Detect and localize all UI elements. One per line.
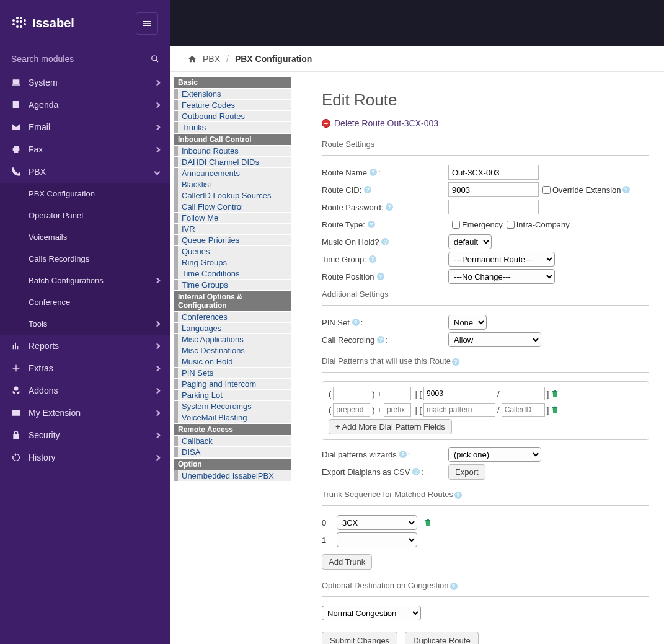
sidebar-item-security[interactable]: Security — [0, 424, 170, 446]
sidebar-subitem-pbx-configuration[interactable]: PBX Configuration — [0, 183, 170, 205]
module-link-misc-destinations[interactable]: Misc Destinations — [174, 345, 291, 356]
trunk-select[interactable]: 3CX — [337, 515, 417, 530]
module-link-parking-lot[interactable]: Parking Lot — [174, 390, 291, 400]
congestion-select[interactable]: Normal Congestion — [322, 606, 421, 620]
route-name-input[interactable] — [448, 165, 539, 180]
search-modules[interactable]: Search modules — [0, 46, 170, 71]
help-icon[interactable]: ? — [622, 186, 630, 193]
duplicate-button[interactable]: Duplicate Route — [405, 632, 479, 644]
module-link-conferences[interactable]: Conferences — [174, 312, 291, 322]
trash-icon[interactable] — [423, 518, 432, 527]
help-icon[interactable]: ? — [370, 169, 377, 176]
sidebar-item-email[interactable]: Email — [0, 116, 170, 138]
intra-company-checkbox[interactable]: Intra-Company — [507, 220, 570, 229]
sidebar-subitem-operator-panel[interactable]: Operator Panel — [0, 205, 170, 226]
module-link-paging-and-intercom[interactable]: Paging and Intercom — [174, 379, 291, 389]
callerid-input[interactable] — [502, 387, 545, 400]
wizards-select[interactable]: (pick one) — [448, 447, 541, 462]
home-icon[interactable] — [188, 55, 197, 63]
help-icon[interactable]: ? — [399, 451, 407, 458]
module-link-queues[interactable]: Queues — [174, 246, 291, 257]
call-recording-select[interactable]: Allow — [448, 332, 541, 347]
pinset-select[interactable]: None — [448, 315, 487, 330]
help-icon[interactable]: ? — [352, 319, 360, 326]
time-group-select[interactable]: ---Permanent Route--- — [448, 252, 555, 267]
sidebar-item-history[interactable]: History — [0, 446, 170, 469]
module-link-ring-groups[interactable]: Ring Groups — [174, 257, 291, 268]
module-link-voicemail-blasting[interactable]: VoiceMail Blasting — [174, 412, 291, 423]
module-link-inbound-routes[interactable]: Inbound Routes — [174, 146, 291, 156]
module-link-trunks[interactable]: Trunks — [174, 122, 291, 133]
moh-select[interactable]: default — [448, 234, 492, 249]
module-link-queue-priorities[interactable]: Queue Priorities — [174, 235, 291, 245]
help-icon[interactable]: ? — [450, 583, 458, 590]
module-link-blacklist[interactable]: Blacklist — [174, 179, 291, 190]
module-link-time-groups[interactable]: Time Groups — [174, 280, 291, 290]
menu-toggle-button[interactable] — [136, 12, 158, 35]
match-pattern-input[interactable] — [423, 387, 495, 400]
sidebar-item-extras[interactable]: Extras — [0, 357, 170, 379]
breadcrumb-root[interactable]: PBX — [203, 54, 220, 64]
help-icon[interactable]: ? — [386, 203, 393, 211]
sidebar-item-agenda[interactable]: Agenda — [0, 94, 170, 116]
prefix-input[interactable] — [384, 387, 411, 400]
sidebar-subitem-calls-recordings[interactable]: Calls Recordings — [0, 248, 170, 270]
route-position-select[interactable]: ---No Change--- — [448, 269, 555, 284]
help-icon[interactable]: ? — [412, 468, 420, 475]
module-link-pin-sets[interactable]: PIN Sets — [174, 368, 291, 378]
help-icon[interactable]: ? — [364, 186, 371, 193]
add-trunk-button[interactable]: Add Trunk — [322, 554, 372, 570]
module-link-ivr[interactable]: IVR — [174, 224, 291, 234]
emergency-checkbox[interactable]: Emergency — [452, 220, 503, 229]
prefix-input[interactable] — [384, 403, 411, 417]
sidebar-subitem-batch-configurations[interactable]: Batch Configurations — [0, 270, 170, 291]
sidebar-item-my-extension[interactable]: My Extension — [0, 402, 170, 424]
module-link-announcements[interactable]: Announcements — [174, 168, 291, 179]
sidebar-subitem-conference[interactable]: Conference — [0, 291, 170, 313]
trash-icon[interactable] — [551, 405, 559, 415]
help-icon[interactable]: ? — [454, 492, 462, 499]
module-link-unembedded-issabelpbx[interactable]: Unembedded IssabelPBX — [174, 470, 291, 481]
trunk-select[interactable] — [337, 532, 417, 547]
sidebar-subitem-tools[interactable]: Tools — [0, 313, 170, 335]
add-dial-pattern-button[interactable]: + Add More Dial Pattern Fields — [329, 419, 452, 434]
module-link-music-on-hold[interactable]: Music on Hold — [174, 356, 291, 367]
route-cid-input[interactable] — [448, 182, 539, 197]
help-icon[interactable]: ? — [377, 273, 384, 280]
sidebar-subitem-voicemails[interactable]: Voicemails — [0, 226, 170, 248]
sidebar-item-system[interactable]: System — [0, 71, 170, 94]
route-password-input[interactable] — [448, 200, 539, 214]
module-link-callback[interactable]: Callback — [174, 436, 291, 446]
module-link-disa[interactable]: DISA — [174, 447, 291, 457]
help-icon[interactable]: ? — [368, 221, 375, 228]
sidebar-item-reports[interactable]: Reports — [0, 335, 170, 357]
module-link-misc-applications[interactable]: Misc Applications — [174, 334, 291, 345]
help-icon[interactable]: ? — [377, 336, 384, 343]
module-link-time-conditions[interactable]: Time Conditions — [174, 268, 291, 279]
search-placeholder: Search modules — [11, 54, 74, 64]
prepend-input[interactable] — [333, 387, 370, 400]
help-icon[interactable]: ? — [369, 255, 376, 263]
module-link-dahdi-channel-dids[interactable]: DAHDI Channel DIDs — [174, 157, 291, 167]
module-link-feature-codes[interactable]: Feature Codes — [174, 100, 291, 110]
submit-button[interactable]: Submit Changes — [322, 632, 397, 644]
override-extension-checkbox[interactable]: Override Extension — [542, 185, 621, 195]
delete-route-link[interactable]: − Delete Route Out-3CX-003 — [322, 118, 649, 128]
module-link-outbound-routes[interactable]: Outbound Routes — [174, 111, 291, 121]
match-pattern-input[interactable] — [423, 403, 495, 417]
prepend-input[interactable] — [333, 403, 370, 417]
help-icon[interactable]: ? — [452, 358, 459, 366]
sidebar-item-addons[interactable]: Addons — [0, 379, 170, 402]
export-button[interactable]: Export — [448, 464, 485, 480]
help-icon[interactable]: ? — [381, 238, 389, 245]
trash-icon[interactable] — [551, 389, 559, 399]
callerid-input[interactable] — [502, 403, 545, 417]
module-link-follow-me[interactable]: Follow Me — [174, 213, 291, 223]
module-link-callerid-lookup-sources[interactable]: CallerID Lookup Sources — [174, 190, 291, 201]
module-link-call-flow-control[interactable]: Call Flow Control — [174, 201, 291, 212]
module-link-system-recordings[interactable]: System Recordings — [174, 401, 291, 412]
sidebar-item-fax[interactable]: Fax — [0, 138, 170, 161]
module-link-extensions[interactable]: Extensions — [174, 89, 291, 99]
sidebar-item-pbx[interactable]: PBX — [0, 161, 170, 183]
module-link-languages[interactable]: Languages — [174, 323, 291, 333]
